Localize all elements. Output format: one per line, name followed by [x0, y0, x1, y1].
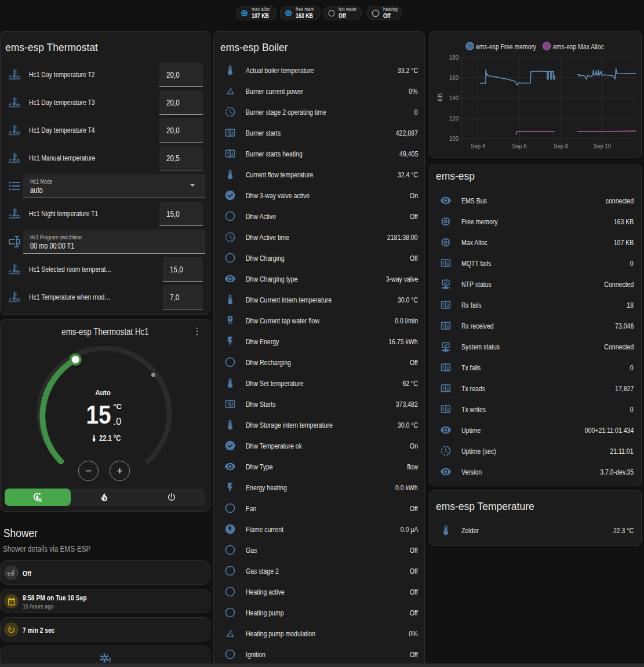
svg-text:ems-esp Free memory: ems-esp Free memory — [476, 42, 536, 51]
svg-text:Sep 8: Sep 8 — [554, 143, 568, 150]
svg-text:140: 140 — [449, 94, 459, 101]
svg-text:160: 160 — [449, 74, 459, 81]
svg-text:Sep 10: Sep 10 — [594, 143, 611, 150]
svg-text:A: A — [39, 498, 42, 502]
svg-text:Sep 4: Sep 4 — [471, 143, 485, 150]
svg-text:100: 100 — [449, 135, 459, 142]
svg-text:ems-esp Max Alloc: ems-esp Max Alloc — [553, 42, 604, 51]
svg-text:KB: KB — [436, 93, 443, 102]
svg-text:120: 120 — [449, 115, 459, 122]
svg-text:180: 180 — [449, 54, 459, 61]
svg-text:Sep 6: Sep 6 — [512, 143, 527, 150]
